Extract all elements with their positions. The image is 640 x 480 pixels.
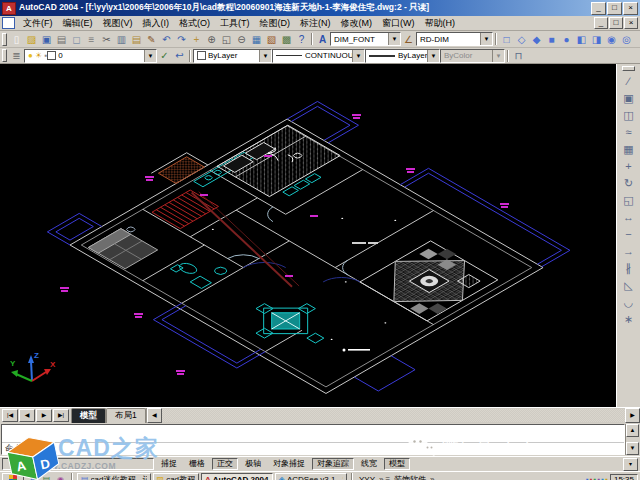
combo-arrow-icon[interactable]: ▼ <box>259 50 271 62</box>
task-acdsee[interactable]: ◈ ACDSee v3.1 - 20... <box>275 473 347 480</box>
break-icon[interactable]: ∦ <box>620 260 638 277</box>
lineweight-combo[interactable]: ByLayer ▼ <box>365 49 440 63</box>
color-combo[interactable]: ByLayer ▼ <box>193 49 272 63</box>
menu-item[interactable]: 修改(M) <box>336 16 378 31</box>
combo-arrow-icon[interactable]: ▼ <box>352 50 364 62</box>
menu-item[interactable]: 标注(N) <box>295 16 336 31</box>
trim-icon[interactable]: − <box>620 226 638 243</box>
save-icon[interactable]: ▣ <box>39 33 54 46</box>
layer-freeze-icon[interactable]: ☀ <box>35 51 42 60</box>
shade-gouraud-edges-icon[interactable]: ◨ <box>589 33 604 46</box>
dim-style-combo[interactable]: RD-DIM ▼ <box>416 32 493 46</box>
layer-combo[interactable]: ● ☀ ▪ 0 ▼ <box>24 49 157 63</box>
doc-restore-button[interactable]: □ <box>609 17 623 29</box>
quicklaunch-desktop-icon[interactable]: ▤ <box>40 474 53 480</box>
drawing-canvas[interactable]: .iso *{vector-effect:non-scaling-stroke;… <box>0 64 616 407</box>
status-toggle[interactable]: 正交 <box>212 458 238 470</box>
text-style-combo[interactable]: DIM_FONT ▼ <box>330 32 401 46</box>
tray-icon-4[interactable]: ▪ <box>597 474 600 480</box>
erase-icon[interactable]: ∕ <box>620 73 638 90</box>
task-notepad[interactable]: ▤ cad迷你教程 - 记... <box>77 473 151 480</box>
horizontal-scrollbar[interactable]: ◀ ▶ <box>146 408 640 423</box>
help-icon[interactable]: ? <box>294 33 309 46</box>
tab-nav-button[interactable]: ◀ <box>19 409 35 422</box>
status-toggle[interactable]: 模型 <box>384 458 410 470</box>
minimize-button[interactable]: _ <box>591 2 606 15</box>
menu-item[interactable]: 格式(O) <box>174 16 215 31</box>
taskbar-band-yyy[interactable]: YYY <box>357 475 377 480</box>
menu-item[interactable]: 编辑(E) <box>58 16 98 31</box>
tool-palettes-icon[interactable]: ▩ <box>279 33 294 46</box>
tray-icon-5[interactable]: ▪ <box>601 474 604 480</box>
zoom-window-icon[interactable]: ◱ <box>219 33 234 46</box>
linetype-combo[interactable]: CONTINUOUS ▼ <box>272 49 365 63</box>
designcenter-icon[interactable]: ▧ <box>264 33 279 46</box>
copy-icon[interactable]: ▥ <box>114 33 129 46</box>
orbit-icon[interactable]: ◉ <box>604 33 619 46</box>
toolbar-grip[interactable] <box>622 66 635 71</box>
zoom-previous-icon[interactable]: ⊖ <box>234 33 249 46</box>
cut-icon[interactable]: ✂ <box>99 33 114 46</box>
shade-flat-edges-icon[interactable]: ◧ <box>574 33 589 46</box>
close-button[interactable]: × <box>623 2 638 15</box>
menu-item[interactable]: 绘图(D) <box>255 16 296 31</box>
shade-gouraud-icon[interactable]: ● <box>559 33 574 46</box>
combo-arrow-icon[interactable]: ▼ <box>427 50 439 62</box>
layout-tab[interactable]: 布局1 <box>106 408 146 423</box>
explode-icon[interactable]: ∗ <box>620 311 638 328</box>
undo-icon[interactable]: ↶ <box>159 33 174 46</box>
status-toggle[interactable]: 线宽 <box>356 458 382 470</box>
new-icon[interactable]: ▯ <box>9 33 24 46</box>
layer-manager-icon[interactable]: ≣ <box>9 49 24 62</box>
rotate-icon[interactable]: ↻ <box>620 175 638 192</box>
tray-icon-3[interactable]: ▪ <box>594 474 597 480</box>
dim-style-icon[interactable]: ∠ <box>401 33 416 46</box>
extend-icon[interactable]: → <box>620 243 638 260</box>
status-toggle[interactable]: 栅格 <box>184 458 210 470</box>
chevron-icon[interactable]: » <box>430 475 434 480</box>
menu-item[interactable]: 文件(F) <box>18 16 58 31</box>
mirror-icon[interactable]: ◫ <box>620 107 638 124</box>
properties-icon[interactable]: ▦ <box>249 33 264 46</box>
shade-flat-icon[interactable]: ■ <box>544 33 559 46</box>
array-icon[interactable]: ▦ <box>620 141 638 158</box>
move-icon[interactable]: + <box>620 158 638 175</box>
status-toggle[interactable]: 极轴 <box>240 458 266 470</box>
scroll-right-icon[interactable]: ▶ <box>625 408 640 423</box>
toolbar-grip[interactable] <box>2 33 7 46</box>
command-scrollbar[interactable]: ▲ ▼ <box>625 424 639 455</box>
scroll-down-icon[interactable]: ▼ <box>626 442 639 455</box>
copy-object-icon[interactable]: ▣ <box>620 90 638 107</box>
pan-icon[interactable]: + <box>189 33 204 46</box>
menu-item[interactable]: 帮助(H) <box>420 16 461 31</box>
tab-nav-button[interactable]: |◀ <box>2 409 18 422</box>
combo-arrow-icon[interactable]: ▼ <box>480 33 492 45</box>
camera-icon[interactable]: ◎ <box>619 33 634 46</box>
offset-icon[interactable]: ≈ <box>620 124 638 141</box>
combo-arrow-icon[interactable]: ▼ <box>388 33 400 45</box>
doc-close-button[interactable]: × <box>624 17 638 29</box>
fillet-icon[interactable]: ◡ <box>620 294 638 311</box>
redo-icon[interactable]: ↷ <box>174 33 189 46</box>
insert-block-icon[interactable]: ⊓ <box>511 49 526 62</box>
status-toggle[interactable]: 对象追踪 <box>312 458 354 470</box>
shade-3d-wireframe-icon[interactable]: ◇ <box>514 33 529 46</box>
stretch-icon[interactable]: ↔ <box>620 209 638 226</box>
chevron-icon[interactable]: » <box>379 475 383 480</box>
menu-item[interactable]: 窗口(W) <box>377 16 420 31</box>
paste-icon[interactable]: ▤ <box>129 33 144 46</box>
menu-item[interactable]: 工具(T) <box>215 16 255 31</box>
quicklaunch-ie-icon[interactable]: e <box>26 474 39 480</box>
quicklaunch-media-icon[interactable]: ◉ <box>54 474 67 480</box>
restore-button[interactable]: □ <box>607 2 622 15</box>
tray-icon-6[interactable]: ▪ <box>605 474 608 480</box>
combo-arrow-icon[interactable]: ▼ <box>144 50 156 62</box>
open-icon[interactable]: ▨ <box>24 33 39 46</box>
taskbar-band-deco[interactable]: 装饰软件 <box>392 474 428 480</box>
status-toggle[interactable]: 对象捕捉 <box>268 458 310 470</box>
plot-preview-icon[interactable]: ◻ <box>69 33 84 46</box>
menu-item[interactable]: 插入(I) <box>138 16 175 31</box>
start-button[interactable] <box>2 473 24 480</box>
layer-previous-icon[interactable]: ↩ <box>172 49 187 62</box>
menu-item[interactable]: 视图(V) <box>98 16 138 31</box>
